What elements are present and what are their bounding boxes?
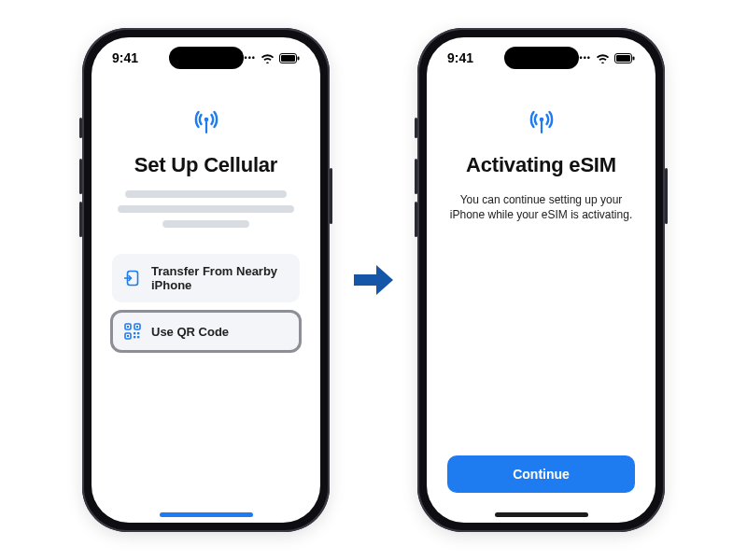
home-indicator[interactable] xyxy=(160,512,253,517)
placeholder-description xyxy=(112,190,300,235)
status-time: 9:41 xyxy=(447,50,473,65)
option-list: Transfer From Nearby iPhone Use QR Code xyxy=(112,254,300,360)
continue-button[interactable]: Continue xyxy=(447,455,635,493)
cellular-icon xyxy=(526,108,557,140)
option-label: Transfer From Nearby iPhone xyxy=(151,264,289,292)
svg-rect-11 xyxy=(127,335,129,337)
status-right: ••• xyxy=(580,53,635,63)
status-right: ••• xyxy=(245,53,300,63)
svg-rect-2 xyxy=(298,56,300,60)
bottom-area: Continue xyxy=(447,455,635,515)
side-button xyxy=(79,118,82,138)
svg-rect-20 xyxy=(540,120,542,133)
svg-rect-4 xyxy=(204,120,206,133)
option-transfer-from-nearby[interactable]: Transfer From Nearby iPhone xyxy=(112,254,300,302)
status-bar: 9:41 ••• xyxy=(427,37,655,78)
svg-rect-14 xyxy=(134,336,135,338)
side-button xyxy=(665,168,668,224)
signal-dots-icon: ••• xyxy=(580,53,591,63)
side-button xyxy=(79,202,82,237)
status-bar: 9:41 ••• xyxy=(92,37,320,78)
screen-activating-esim: 9:41 ••• xyxy=(427,37,655,523)
page-title: Activating eSIM xyxy=(466,153,616,177)
side-button xyxy=(330,168,332,224)
svg-rect-13 xyxy=(137,332,139,334)
svg-rect-17 xyxy=(616,55,630,62)
signal-dots-icon: ••• xyxy=(245,53,256,63)
status-time: 9:41 xyxy=(112,50,138,65)
wifi-icon xyxy=(261,53,275,63)
option-label: Use QR Code xyxy=(151,325,229,339)
dynamic-island xyxy=(169,47,244,69)
cellular-icon xyxy=(190,108,222,140)
home-indicator[interactable] xyxy=(495,512,588,517)
content: Activating eSIM You can continue setting… xyxy=(427,78,655,523)
svg-rect-18 xyxy=(633,56,635,60)
content: Set Up Cellular Transfer From Nearby iPh… xyxy=(92,78,320,523)
svg-rect-12 xyxy=(134,332,135,334)
dynamic-island xyxy=(504,47,579,69)
side-button xyxy=(79,159,82,194)
transfer-icon xyxy=(123,269,142,287)
screen-setup-cellular: 9:41 ••• xyxy=(92,37,320,523)
svg-rect-9 xyxy=(136,326,138,328)
qr-icon xyxy=(123,322,142,341)
svg-rect-15 xyxy=(137,336,139,338)
option-use-qr-code[interactable]: Use QR Code xyxy=(112,312,300,351)
side-button xyxy=(415,159,417,194)
iphone-frame-left: 9:41 ••• xyxy=(82,28,330,532)
page-body: You can continue setting up your iPhone … xyxy=(447,192,635,222)
svg-rect-1 xyxy=(281,55,295,62)
flow-arrow-icon xyxy=(352,259,395,301)
battery-icon xyxy=(279,53,300,63)
side-button xyxy=(415,118,417,138)
page-title: Set Up Cellular xyxy=(134,153,277,177)
battery-icon xyxy=(614,53,635,63)
iphone-frame-right: 9:41 ••• xyxy=(417,28,665,532)
svg-rect-7 xyxy=(127,326,129,328)
side-button xyxy=(415,202,417,237)
wifi-icon xyxy=(596,53,610,63)
